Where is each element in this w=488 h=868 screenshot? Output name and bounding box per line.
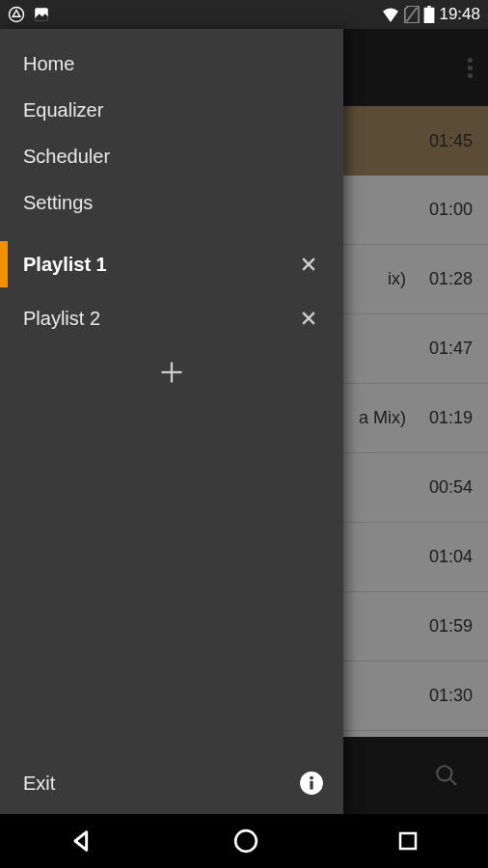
svg-point-16 [235,830,257,852]
recent-apps-icon[interactable] [396,829,420,853]
home-icon[interactable] [233,828,258,854]
nav-label: Equalizer [23,99,103,122]
svg-point-14 [310,776,313,780]
nav-item-home[interactable]: Home [0,41,343,87]
svg-rect-17 [400,833,416,849]
back-icon[interactable] [68,827,95,854]
plus-icon [158,359,185,386]
nav-label: Scheduler [23,146,110,168]
battery-icon [423,6,435,23]
app-status-icon [8,6,25,23]
info-icon[interactable] [299,771,324,796]
svg-rect-15 [310,781,312,790]
close-icon[interactable] [293,303,324,334]
status-bar: 19:48 [0,0,488,29]
image-icon [33,6,50,23]
wifi-icon [381,7,400,22]
nav-item-scheduler[interactable]: Scheduler [0,133,343,179]
nav-item-equalizer[interactable]: Equalizer [0,87,343,133]
nav-label: Home [23,53,74,75]
nav-item-settings[interactable]: Settings [0,179,343,226]
playlist-label: Playlist 2 [23,308,293,330]
playlist-label: Playlist 1 [23,254,293,276]
nav-drawer: Home Equalizer Scheduler Settings Playli… [0,29,343,814]
status-time: 19:48 [439,5,480,24]
playlist-item[interactable]: Playlist 2 [0,291,343,345]
nav-label: Settings [23,192,93,214]
sim-icon [404,6,420,23]
close-icon[interactable] [293,249,324,280]
svg-rect-3 [424,8,435,23]
playlist-item[interactable]: Playlist 1 [0,237,343,291]
svg-rect-4 [428,6,432,8]
android-nav-bar [0,814,488,868]
add-playlist-button[interactable] [0,345,343,399]
svg-line-2 [407,8,418,21]
exit-button[interactable]: Exit [23,773,299,795]
